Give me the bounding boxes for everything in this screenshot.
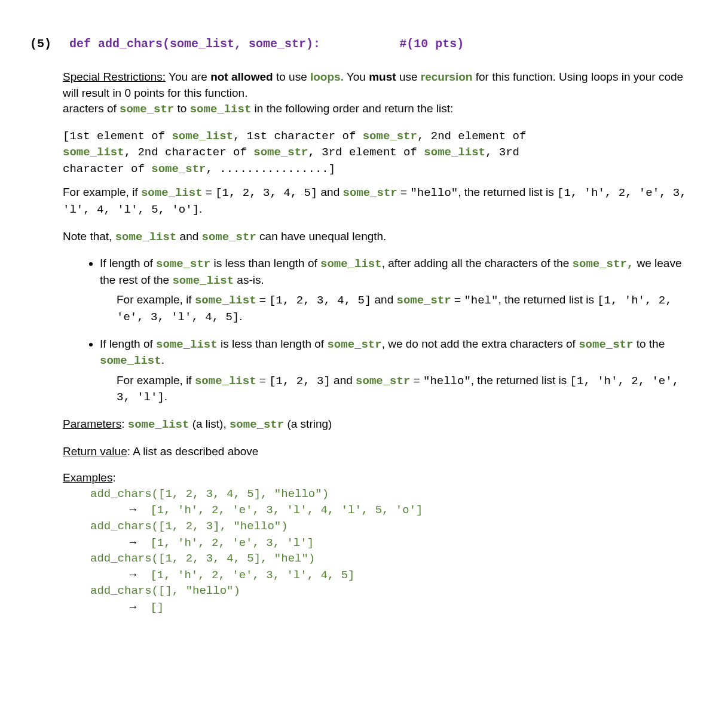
example-call: add_chars([1, 2, 3], "hello") (90, 518, 698, 535)
arrow-icon: → (127, 503, 139, 516)
example-result-value: [1, 'h', 2, 'e', 3, 'l', 4, 5] (143, 569, 354, 582)
examples-section: Examples: add_chars([1, 2, 3, 4, 5], "he… (63, 470, 698, 615)
main-example: For example, if some_list = [1, 2, 3, 4,… (63, 185, 698, 217)
note-unequal-length: Note that, some_list and some_str can ha… (63, 229, 698, 246)
restrictions-paragraph: Special Restrictions: You are not allowe… (63, 69, 698, 118)
question-body: Special Restrictions: You are not allowe… (63, 69, 698, 615)
bullet-item-str-shorter: If length of some_str is less than lengt… (100, 256, 698, 325)
example-call: add_chars([1, 2, 3, 4, 5], "hello") (90, 486, 698, 502)
example-result: → [] (127, 599, 698, 616)
example-result: → [1, 'h', 2, 'e', 3, 'l', 4, 'l', 5, 'o… (127, 502, 698, 518)
function-signature: def add_chars(some_list, some_str): (69, 37, 320, 51)
question-heading: (5) def add_chars(some_list, some_str): … (30, 36, 698, 53)
example-result-value: [] (143, 601, 164, 614)
restrictions-label: Special Restrictions: (63, 70, 166, 83)
points-label: #(10 pts) (399, 37, 464, 51)
example-result-value: [1, 'h', 2, 'e', 3, 'l', 4, 'l', 5, 'o'] (143, 504, 423, 517)
question-number: (5) (30, 37, 51, 51)
arrow-icon: → (127, 536, 139, 548)
bullet-item-list-shorter: If length of some_list is less than leng… (100, 336, 698, 406)
example-result-value: [1, 'h', 2, 'e', 3, 'l'] (143, 536, 314, 550)
interleave-pattern: [1st element of some_list, 1st character… (63, 128, 698, 178)
return-value-section: Return value: A list as described above (63, 444, 698, 460)
example-result: → [1, 'h', 2, 'e', 3, 'l', 4, 5] (127, 567, 698, 584)
parameters-label: Parameters (63, 418, 121, 430)
examples-label: Examples (63, 471, 112, 484)
example-call: add_chars([1, 2, 3, 4, 5], "hel") (90, 551, 698, 567)
parameters-section: Parameters: some_list (a list), some_str… (63, 416, 698, 433)
example-result: → [1, 'h', 2, 'e', 3, 'l'] (127, 535, 698, 551)
bullet-list: If length of some_str is less than lengt… (63, 256, 698, 406)
return-value-label: Return value (63, 445, 127, 458)
arrow-icon: → (127, 600, 139, 613)
arrow-icon: → (127, 568, 139, 581)
example-call: add_chars([], "hello") (90, 583, 698, 599)
